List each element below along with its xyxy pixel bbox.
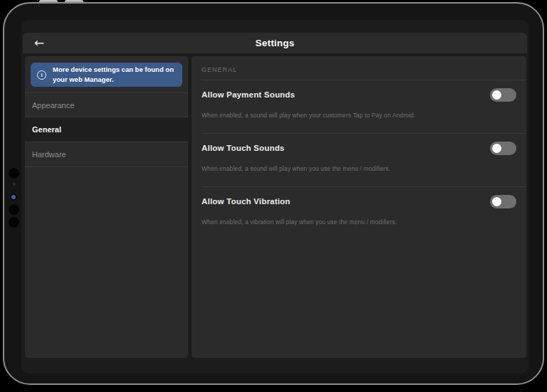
camera-lens-icon [9, 217, 19, 228]
toggle-thumb [492, 144, 501, 153]
info-icon: i [37, 70, 46, 80]
setting-description: When enabled, a sound will play when you… [202, 165, 516, 172]
camera-dot-icon [13, 183, 16, 186]
toggle-thumb [492, 197, 501, 206]
general-settings-panel: GENERAL Allow Payment Sounds When enable… [192, 56, 526, 358]
setting-description: When enabled, a sound will play when you… [202, 112, 516, 119]
back-button[interactable]: ← [27, 33, 51, 53]
touch-sounds-toggle[interactable] [490, 142, 516, 155]
setting-row-head: Allow Touch Sounds [202, 134, 516, 155]
sidebar-item-label: Appearance [32, 101, 74, 110]
section-header: GENERAL [192, 56, 526, 73]
camera-lens-icon [9, 168, 19, 179]
sidebar-item-label: General [32, 125, 61, 134]
setting-row-payment-sounds: Allow Payment Sounds When enabled, a sou… [192, 80, 526, 127]
touch-vibration-toggle[interactable] [490, 195, 516, 208]
setting-row-head: Allow Touch Vibration [202, 187, 516, 208]
toggle-thumb [492, 90, 501, 100]
info-banner-text: More device settings can be found on you… [53, 65, 176, 85]
sidebar-item-hardware[interactable]: Hardware [25, 142, 188, 167]
setting-row-head: Allow Payment Sounds [202, 80, 516, 102]
camera-lens-icon [9, 204, 19, 215]
sidebar-nav: Appearance General Hardware [25, 92, 188, 167]
setting-title: Allow Touch Sounds [202, 144, 284, 152]
setting-title: Allow Touch Vibration [202, 197, 291, 206]
info-banner: i More device settings can be found on y… [31, 63, 182, 87]
setting-description: When enabled, a vibration will play when… [202, 218, 516, 226]
payment-sounds-toggle[interactable] [490, 88, 516, 102]
sidebar-item-general[interactable]: General [25, 117, 188, 142]
setting-row-touch-vibration: Allow Touch Vibration When enabled, a vi… [192, 187, 526, 233]
setting-row-touch-sounds: Allow Touch Sounds When enabled, a sound… [192, 134, 526, 180]
sidebar-item-label: Hardware [32, 150, 66, 159]
setting-title: Allow Payment Sounds [202, 90, 295, 99]
back-arrow-icon: ← [34, 36, 44, 50]
page-title: Settings [256, 38, 295, 48]
sidebar-item-appearance[interactable]: Appearance [25, 92, 188, 117]
stage: ← Settings i More device settings can be… [0, 0, 547, 392]
settings-sidebar: i More device settings can be found on y… [25, 56, 188, 358]
camera-lens-blue-icon [11, 195, 16, 199]
tablet-frame: ← Settings i More device settings can be… [3, 2, 544, 385]
settings-appbar: ← Settings [23, 33, 527, 53]
screen: ← Settings i More device settings can be… [21, 20, 528, 374]
